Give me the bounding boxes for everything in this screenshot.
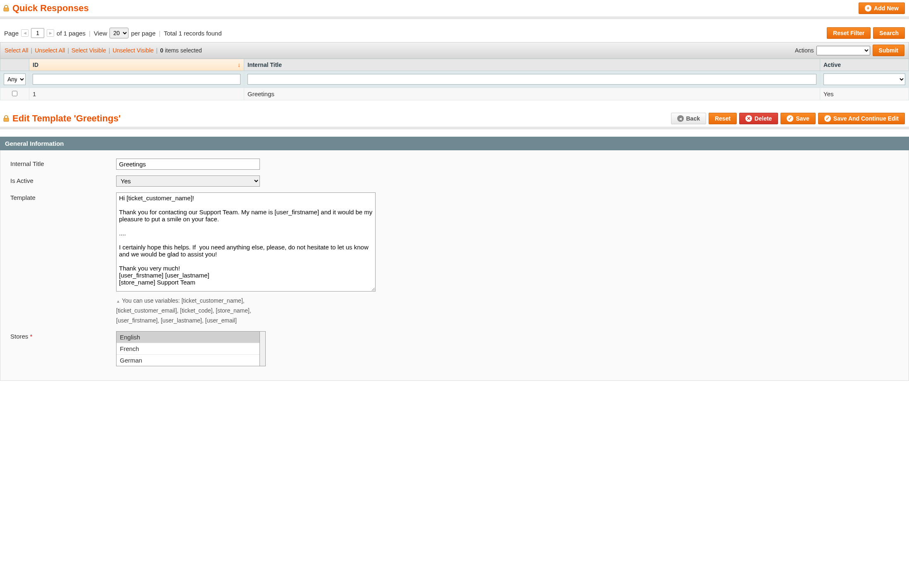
edit-title: Edit Template 'Greetings' [12, 113, 121, 124]
store-option-english[interactable]: English [117, 332, 259, 343]
hint-icon: ▲ [116, 299, 120, 303]
template-label: Template [10, 192, 116, 201]
lock-icon [2, 5, 10, 12]
is-active-label: Is Active [10, 175, 116, 184]
cell-id: 1 [29, 88, 244, 100]
column-active[interactable]: Active [820, 59, 909, 71]
template-hint: ▲You can use variables: [ticket_customer… [116, 296, 257, 325]
delete-button[interactable]: ✕Delete [739, 113, 778, 124]
select-all-link[interactable]: Select All [5, 47, 29, 54]
column-checkbox[interactable] [0, 59, 29, 71]
column-id[interactable]: ID↓ [29, 59, 244, 71]
filter-title-input[interactable] [247, 74, 816, 85]
lock-icon [2, 115, 10, 122]
stores-multiselect[interactable]: English French German [116, 331, 260, 366]
sort-desc-icon: ↓ [238, 62, 240, 68]
row-checkbox[interactable] [12, 91, 17, 96]
unselect-all-link[interactable]: Unselect All [35, 47, 65, 54]
search-button[interactable]: Search [873, 27, 905, 39]
template-textarea[interactable] [116, 192, 376, 292]
next-page-button[interactable]: ▶ [47, 29, 54, 37]
filter-active-select[interactable] [823, 74, 905, 85]
cell-active: Yes [820, 88, 909, 100]
is-active-select[interactable]: Yes [116, 175, 260, 187]
stores-label: Stores * [10, 331, 116, 340]
page-title: Quick Responses [12, 3, 89, 14]
check-icon: ✓ [824, 115, 831, 122]
page-label: Page [4, 30, 19, 37]
svg-rect-0 [4, 8, 9, 11]
save-continue-button[interactable]: ✓Save And Continue Edit [818, 113, 905, 124]
table-row[interactable]: 1 Greetings Yes [0, 88, 909, 100]
multiselect-scrollbar[interactable] [260, 331, 266, 366]
reset-button[interactable]: Reset [709, 113, 737, 124]
massaction-select[interactable] [816, 46, 870, 55]
back-icon: ◂ [677, 115, 684, 122]
save-button[interactable]: ✓Save [781, 113, 816, 124]
store-option-french[interactable]: French [117, 343, 259, 355]
selected-count: 0 items selected [160, 47, 202, 54]
fieldset-title: General Information [0, 137, 909, 150]
back-button[interactable]: ◂Back [671, 113, 706, 124]
filter-checkbox-select[interactable]: Any [4, 74, 26, 85]
total-records: Total 1 records found [164, 30, 221, 37]
add-new-button[interactable]: + Add New [859, 2, 905, 14]
svg-rect-1 [4, 118, 9, 121]
actions-label: Actions [795, 47, 814, 54]
internal-title-input[interactable] [116, 159, 260, 170]
reset-filter-button[interactable]: Reset Filter [827, 27, 871, 39]
delete-icon: ✕ [745, 115, 752, 122]
select-visible-link[interactable]: Select Visible [71, 47, 106, 54]
cell-internal-title: Greetings [244, 88, 820, 100]
per-page-label: per page [131, 30, 155, 37]
view-label: View [94, 30, 107, 37]
check-icon: ✓ [787, 115, 793, 122]
plus-icon: + [865, 5, 871, 12]
per-page-select[interactable]: 20 [109, 28, 128, 38]
filter-id-input[interactable] [33, 74, 240, 85]
column-internal-title[interactable]: Internal Title [244, 59, 820, 71]
store-option-german[interactable]: German [117, 355, 259, 366]
unselect-visible-link[interactable]: Unselect Visible [112, 47, 153, 54]
of-pages: of 1 pages [57, 30, 86, 37]
page-input[interactable] [31, 28, 44, 38]
internal-title-label: Internal Title [10, 159, 116, 167]
submit-button[interactable]: Submit [873, 45, 904, 56]
prev-page-button[interactable]: ◀ [21, 29, 29, 37]
